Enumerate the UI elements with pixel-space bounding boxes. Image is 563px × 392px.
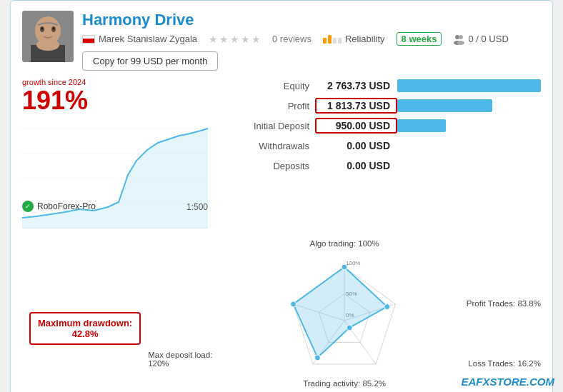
right-panel: Equity 2 763.73 USD Profit 1 813.73 USD … [229,78,541,232]
svg-point-9 [459,35,463,39]
rel-bar-2 [328,35,332,44]
profit-value: 1 813.73 USD [315,98,397,114]
rel-bar-1 [323,38,327,44]
header-section: Harmony Drive Marek Stanislaw Zygala ★ ★… [22,11,541,71]
deposits-row: Deposits 0.00 USD [229,158,541,174]
reviews-count: 0 reviews [272,34,312,44]
svg-point-30 [384,303,390,309]
drawdown-box: Maximum drawdown:42.8% [29,312,141,345]
users-block: 0 / 0 USD [453,34,508,45]
profit-bar-wrap [397,98,541,114]
loss-trades-label: Loss Trades: 16.2% [468,359,541,368]
withdrawals-bar-wrap [397,138,541,154]
main-content: growth since 2024 191% ✓ [22,78,541,232]
trading-activity-label: Trading activity: 85.2% [303,379,386,388]
reliability-label: Reliability [345,34,385,44]
rel-bar-4 [338,38,342,44]
weeks-badge: 8 weeks [397,32,442,46]
svg-marker-28 [294,267,387,358]
radar-container: Algo trading: 100% Profit Trades: 83.8% … [148,239,541,389]
deposit-value: 950.00 USD [315,118,397,134]
equity-bar-wrap [397,78,541,94]
flag-icon [82,35,95,44]
broker-name: RoboForex-Pro [37,201,96,211]
growth-pct: 191% [22,86,222,115]
author-block: Marek Stanislaw Zygala [82,34,197,44]
equity-bar [397,79,541,92]
bottom-section: Maximum drawdown:42.8% Algo trading: 100… [22,239,541,389]
users-value: 0 / 0 USD [468,34,508,44]
deposits-value: 0.00 USD [315,160,397,171]
withdrawals-row: Withdrawals 0.00 USD [229,138,541,154]
title: Harmony Drive [82,11,541,29]
svg-point-31 [347,324,352,330]
users-icon [453,34,464,45]
copy-button[interactable]: Copy for 99 USD per month [82,51,218,71]
reliability-block: Reliability [323,34,385,44]
reliability-bars [323,35,342,44]
deposit-bar [397,119,446,132]
svg-point-32 [314,354,320,360]
svg-point-11 [457,41,464,45]
max-deposit-label: Max deposit load:120% [148,351,212,368]
svg-text:100%: 100% [346,260,360,266]
withdrawals-value: 0.00 USD [315,140,397,151]
header-meta: Marek Stanislaw Zygala ★ ★ ★ ★ ★ 0 revie… [82,32,541,46]
algo-trading-label: Algo trading: 100% [310,239,379,248]
rel-bar-3 [333,38,337,44]
svg-point-3 [36,39,59,51]
deposits-bar-wrap [397,158,541,174]
left-panel: growth since 2024 191% ✓ [22,78,222,232]
deposits-label: Deposits [229,161,315,171]
profit-label: Profit [229,101,315,111]
watermark: EAFXSTORE.COM [461,376,554,388]
radar-chart: 100% 50% 0% [273,256,416,385]
broker-icon: ✓ [22,201,34,212]
svg-point-6 [41,27,44,30]
equity-row: Equity 2 763.73 USD [229,78,541,94]
avatar [22,11,74,62]
profit-trades-label: Profit Trades: 83.8% [467,299,541,308]
deposit-row: Initial Deposit 950.00 USD [229,118,541,134]
stars-block: ★ ★ ★ ★ ★ [209,34,261,45]
profit-row: Profit 1 813.73 USD [229,98,541,114]
main-card: Harmony Drive Marek Stanislaw Zygala ★ ★… [10,0,553,392]
deposit-bar-wrap [397,118,541,134]
deposit-label: Initial Deposit [229,121,315,131]
growth-box: growth since 2024 191% [22,78,222,115]
chart-area: ✓ RoboForex-Pro 1:500 [22,118,222,232]
svg-point-33 [291,301,297,306]
author-name: Marek Stanislaw Zygala [99,34,197,44]
header-info: Harmony Drive Marek Stanislaw Zygala ★ ★… [82,11,541,71]
svg-point-29 [342,264,347,270]
withdrawals-label: Withdrawals [229,141,315,151]
equity-value: 2 763.73 USD [315,80,397,91]
leverage: 1:500 [186,202,208,212]
svg-point-7 [53,27,55,30]
equity-label: Equity [229,81,315,91]
drawdown-label: Maximum drawdown:42.8% [38,318,132,339]
profit-bar [397,99,492,112]
broker-line: ✓ RoboForex-Pro [22,201,96,212]
